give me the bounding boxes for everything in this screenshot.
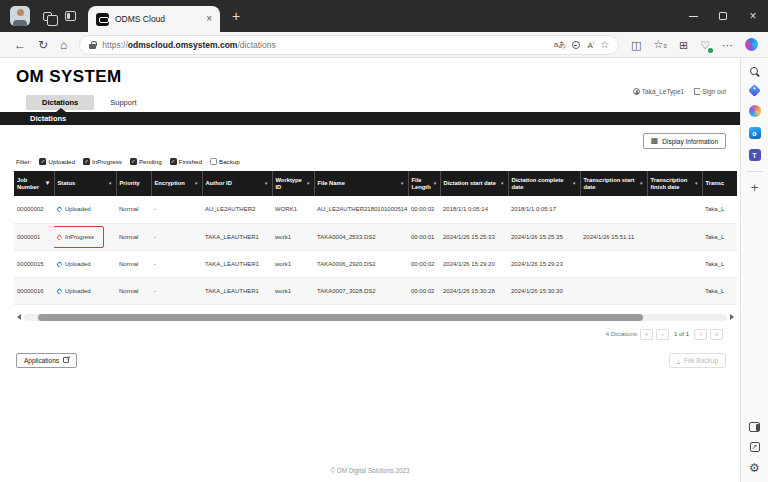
back-icon[interactable]: ← (14, 39, 26, 51)
column-header-file-length[interactable]: File Length▼ (408, 171, 440, 196)
cell-status: Uploaded (54, 250, 116, 277)
search-icon[interactable] (750, 67, 759, 76)
column-header-transcription-finish[interactable]: Transcription finish date▼ (647, 171, 702, 196)
checkbox-inprogress[interactable]: ✓ (83, 158, 90, 165)
user-icon (633, 88, 640, 95)
filter-pending[interactable]: ✓Pending (130, 158, 162, 165)
sort-icon[interactable]: ▼ (400, 181, 404, 186)
pagination-next-button[interactable]: › (694, 329, 707, 340)
translate-icon[interactable]: aあ (554, 39, 567, 50)
read-aloud-icon[interactable]: A) (587, 40, 594, 50)
pagination-last-button[interactable]: » (710, 329, 723, 340)
address-bar[interactable]: https://odmscloud.omsystem.com/dictation… (79, 35, 619, 55)
favorites-icon[interactable]: ☆≡ (654, 38, 667, 52)
sort-icon[interactable]: ▼ (108, 181, 112, 186)
sign-out-button[interactable]: Sign out (694, 88, 726, 95)
sort-icon[interactable]: ▼ (194, 181, 198, 186)
tab-close-icon[interactable]: × (206, 14, 212, 24)
image-creator-icon[interactable] (749, 105, 761, 117)
shopping-tag-icon[interactable] (748, 84, 761, 97)
teams-icon[interactable]: T (749, 149, 761, 161)
column-header-status[interactable]: Status▼ (54, 171, 116, 196)
sort-icon[interactable]: ▼ (572, 181, 576, 186)
zoom-out-icon[interactable] (572, 40, 581, 49)
copilot-icon[interactable] (745, 38, 758, 51)
filter-inprogress[interactable]: ✓InProgress (83, 158, 122, 165)
column-header-transcribe[interactable]: Transc (702, 171, 737, 196)
filter-backup[interactable]: ✓Backup (210, 158, 240, 165)
checkbox-finished[interactable]: ✓ (170, 158, 177, 165)
column-header-dictation-complete[interactable]: Dictation complete date▼ (508, 171, 580, 196)
pagination-prev-button[interactable]: ‹ (656, 329, 669, 340)
filter-finished[interactable]: ✓Finished (170, 158, 202, 165)
sort-icon[interactable]: ▼ (433, 181, 437, 186)
outlook-icon[interactable]: o (749, 127, 761, 139)
more-menu-icon[interactable]: ⋯ (722, 39, 733, 51)
cell-worktype-id: work1 (272, 277, 314, 304)
display-information-button[interactable]: ▦ Display Information (643, 133, 726, 149)
settings-gear-icon[interactable]: ⚙ (749, 462, 760, 474)
new-tab-button[interactable]: + (232, 9, 240, 23)
column-header-file-name[interactable]: File Name▼ (314, 171, 408, 196)
workspaces-icon[interactable] (43, 12, 52, 21)
browser-essentials-icon[interactable]: ♡ (700, 39, 710, 51)
sign-out-label: Sign out (702, 88, 726, 95)
table-row[interactable]: 00000002 Uploaded Normal - AU_LE2AUTHER2… (14, 196, 737, 223)
sort-icon[interactable]: ▼ (639, 181, 643, 186)
browser-tab[interactable]: ODMS Cloud × (88, 6, 220, 32)
maximize-button[interactable] (708, 0, 738, 32)
scrollbar-thumb[interactable] (38, 314, 643, 321)
favorite-star-icon[interactable]: ☆ (600, 39, 609, 50)
sort-icon[interactable]: ▼ (45, 180, 51, 187)
home-icon[interactable]: ⌂ (60, 39, 67, 51)
maximize-icon (719, 12, 727, 20)
page-content: OM SYSTEM Taka_LeType1 Sign out Dictatio… (0, 58, 740, 482)
split-screen-icon[interactable]: ◫ (631, 39, 641, 51)
cell-author-id: TAKA_LEAUTHER1 (202, 277, 272, 304)
applications-button[interactable]: Applications (16, 353, 77, 368)
table-row[interactable]: 0000001 InProgress Normal - TAKA_LEAUTHE… (14, 223, 737, 250)
checkbox-backup[interactable]: ✓ (210, 158, 217, 165)
column-header-priority[interactable]: Priority (116, 171, 151, 196)
sort-icon[interactable]: ▼ (500, 181, 504, 186)
cell-status: Uploaded (54, 277, 116, 304)
column-header-transcription-start[interactable]: Transcription start date▼ (580, 171, 647, 196)
column-header-job-number[interactable]: Job Number▼ (14, 171, 54, 196)
scroll-left-icon[interactable] (14, 314, 21, 320)
checkbox-pending[interactable]: ✓ (130, 158, 137, 165)
checkbox-uploaded[interactable]: ✓ (39, 158, 46, 165)
pagination-first-button[interactable]: « (640, 329, 653, 340)
add-sidebar-app-icon[interactable]: + (751, 182, 759, 193)
active-tab-pointer (56, 108, 66, 112)
tab-support[interactable]: Support (94, 95, 152, 110)
browser-toolbar: ← ↻ ⌂ https://odmscloud.omsystem.com/dic… (0, 32, 768, 58)
scrollbar-track[interactable] (24, 314, 727, 321)
sort-icon[interactable]: ▼ (264, 181, 268, 186)
sort-icon[interactable]: ▼ (306, 181, 310, 186)
tab-title: ODMS Cloud (115, 14, 200, 24)
collections-icon[interactable]: ⊞ (679, 39, 688, 51)
sidebar-panel-icon[interactable] (749, 422, 760, 432)
user-account[interactable]: Taka_LeType1 (633, 88, 684, 95)
open-external-icon[interactable]: ↗ (750, 442, 760, 452)
column-header-author-id[interactable]: Author ID▼ (202, 171, 272, 196)
uploaded-status-icon (56, 206, 63, 213)
profile-avatar[interactable] (10, 6, 30, 26)
minimize-button[interactable] (678, 0, 708, 32)
tab-actions-icon[interactable] (65, 11, 76, 21)
table-row[interactable]: 00000016 Uploaded Normal - TAKA_LEAUTHER… (14, 277, 737, 304)
uploaded-status-icon (56, 287, 63, 294)
column-header-worktype-id[interactable]: Worktype ID▼ (272, 171, 314, 196)
filter-uploaded[interactable]: ✓Uploaded (39, 158, 75, 165)
copyright-footer: © OM Digital Solutions 2023 (0, 467, 740, 474)
horizontal-scrollbar[interactable] (14, 313, 737, 322)
sort-icon[interactable]: ▼ (694, 181, 698, 186)
file-backup-button[interactable]: ↓ File Backup (669, 353, 726, 369)
table-row[interactable]: 00000015 Uploaded Normal - TAKA_LEAUTHER… (14, 250, 737, 277)
cell-transcription-finish (647, 250, 702, 277)
close-button[interactable]: × (738, 0, 768, 32)
refresh-icon[interactable]: ↻ (38, 39, 48, 51)
scroll-right-icon[interactable] (730, 314, 737, 320)
column-header-encryption[interactable]: Encryption▼ (151, 171, 202, 196)
column-header-dictation-start[interactable]: Dictation start date▼ (440, 171, 508, 196)
